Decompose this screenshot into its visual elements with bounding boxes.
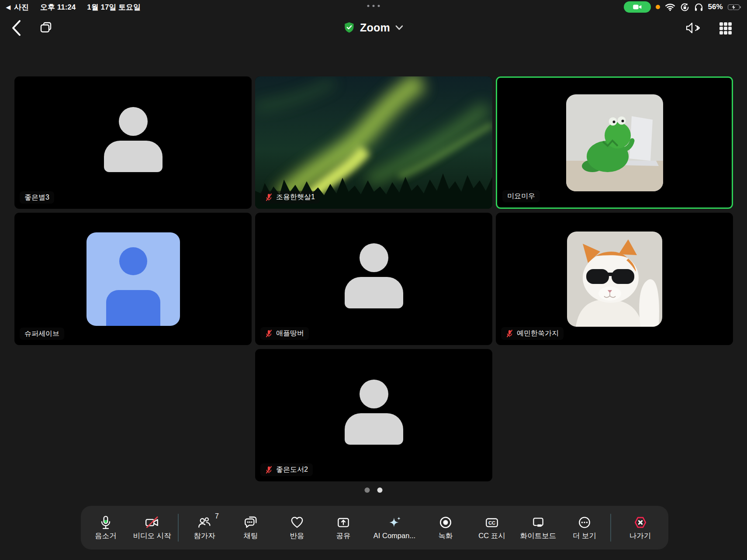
- participant-tile[interactable]: 예민한쑥가지: [496, 213, 733, 345]
- default-avatar: [255, 213, 492, 345]
- more-button[interactable]: 더 보기: [561, 515, 608, 541]
- leave-button[interactable]: 나가기: [614, 515, 667, 541]
- profile-photo-cat: [567, 232, 662, 327]
- page-title: Zoom: [360, 21, 390, 34]
- cc-glyph: CC: [488, 520, 495, 525]
- chat-button[interactable]: 채팅: [228, 515, 274, 541]
- toolbar-divider: [178, 514, 179, 542]
- charging-bolt-icon: [731, 4, 736, 10]
- participants-count-badge: 7: [215, 512, 219, 520]
- status-date: 1월 17일 토요일: [87, 2, 141, 12]
- muted-mic-icon: [506, 329, 513, 338]
- aurora-video: [255, 76, 492, 209]
- toolbar-label: 더 보기: [573, 531, 596, 541]
- cat-with-sunglasses-image: [567, 232, 662, 327]
- participant-tile[interactable]: 좋은별3: [14, 76, 252, 209]
- participant-tile[interactable]: 슈퍼세이브: [14, 213, 252, 345]
- page-indicator: [365, 487, 383, 493]
- toolbar-label: 반응: [290, 531, 304, 541]
- headphones-icon: [694, 3, 703, 12]
- grid-view-icon[interactable]: [718, 21, 733, 36]
- toolbar-label: 채팅: [244, 531, 258, 541]
- participant-name-tag: 조용한햇살1: [260, 191, 320, 204]
- video-start-icon: [145, 515, 159, 530]
- back-icon[interactable]: [10, 19, 22, 37]
- participant-name: 애플땅버: [276, 329, 304, 337]
- participant-name: 좋은별3: [24, 194, 49, 201]
- wifi-icon: [665, 3, 675, 11]
- toolbar-divider: [610, 514, 611, 542]
- status-time: 오후 11:24: [40, 2, 76, 12]
- share-icon: [336, 515, 351, 530]
- back-to-app-label: 사진: [14, 2, 29, 12]
- ai-companion-button[interactable]: AI Compan...: [367, 515, 422, 540]
- start-video-button[interactable]: 비디오 시작: [129, 515, 175, 541]
- participant-name-tag: 예민한쑥가지: [501, 327, 564, 340]
- participant-tile-active-speaker[interactable]: 미요미우: [496, 76, 733, 209]
- toolbar-label: AI Compan...: [374, 532, 415, 540]
- participant-name-tag: 슈퍼세이브: [20, 328, 64, 340]
- whiteboard-button[interactable]: 화이트보드: [515, 515, 561, 541]
- muted-mic-icon: [265, 193, 273, 201]
- camera-icon: [633, 3, 642, 10]
- record-button[interactable]: 녹화: [422, 515, 469, 541]
- chevron-down-icon: [395, 25, 403, 30]
- toolbar-label: 공유: [336, 531, 351, 541]
- page-dot-current: [377, 487, 383, 493]
- back-to-app-link[interactable]: ◀ 사진 오후 11:24 1월 17일 토요일: [6, 2, 141, 12]
- default-avatar: [14, 76, 252, 209]
- participant-name-tag: 좋은도서2: [260, 463, 313, 476]
- closed-captions-icon: CC: [484, 515, 499, 530]
- participant-name: 슈퍼세이브: [24, 330, 59, 338]
- ai-companion-icon: [387, 515, 402, 530]
- muted-mic-icon: [265, 329, 273, 338]
- participant-tile[interactable]: 애플땅버: [255, 213, 492, 345]
- mute-button[interactable]: 음소거: [83, 515, 129, 541]
- participant-name: 좋은도서2: [276, 466, 308, 474]
- reactions-heart-icon: [290, 515, 304, 530]
- default-avatar: [255, 349, 492, 481]
- zoom-meeting-screen: ◀ 사진 오후 11:24 1월 17일 토요일: [0, 0, 747, 560]
- meeting-toolbar: 음소거 비디오 시작 7 참가자: [81, 506, 668, 550]
- chat-icon: [243, 515, 258, 530]
- multitask-dots: [367, 5, 380, 7]
- toolbar-label: 참가자: [194, 531, 215, 541]
- frog-at-laptop-image: [566, 94, 663, 191]
- nav-bar: Zoom: [0, 14, 747, 41]
- closed-captions-button[interactable]: CC CC 표시: [469, 515, 515, 541]
- back-to-app-icon: ◀: [6, 4, 10, 10]
- reactions-button[interactable]: 반응: [274, 515, 320, 541]
- participant-name: 조용한햇살1: [276, 193, 315, 201]
- battery-charging-icon: [728, 4, 741, 10]
- camera-in-use-pill[interactable]: [624, 1, 651, 13]
- whiteboard-icon: [531, 515, 546, 530]
- participants-button[interactable]: 7 참가자: [181, 515, 228, 541]
- multitask-windows-icon[interactable]: [38, 20, 54, 35]
- toolbar-label: 나가기: [629, 531, 651, 541]
- participant-tile[interactable]: 조용한햇살1: [255, 76, 492, 209]
- more-icon: [577, 515, 592, 530]
- toolbar-label: 화이트보드: [520, 531, 557, 541]
- toolbar-label: 녹화: [439, 531, 453, 541]
- page-dot: [365, 487, 370, 493]
- recording-dot: [656, 5, 660, 9]
- participant-name-tag: 애플땅버: [260, 327, 309, 340]
- participant-name-tag: 좋은별3: [20, 191, 54, 204]
- profile-photo-blue-avatar: [86, 232, 180, 326]
- status-icons: 56%: [624, 1, 741, 13]
- share-button[interactable]: 공유: [320, 515, 367, 541]
- participant-name: 예민한쑥가지: [517, 329, 559, 337]
- orientation-lock-icon: [680, 3, 689, 12]
- participant-tile[interactable]: 좋은도서2: [255, 349, 492, 481]
- participants-icon: [197, 515, 212, 530]
- meeting-title[interactable]: Zoom: [344, 21, 403, 34]
- record-icon: [438, 515, 453, 530]
- toolbar-label: 비디오 시작: [133, 531, 171, 541]
- leave-icon: [633, 515, 648, 530]
- speaker-bluetooth-icon[interactable]: [685, 21, 702, 35]
- microphone-icon: [98, 515, 113, 530]
- battery-percent: 56%: [708, 3, 723, 11]
- toolbar-label: CC 표시: [478, 531, 505, 541]
- participant-name: 미요미우: [507, 192, 535, 200]
- toolbar-label: 음소거: [95, 531, 117, 541]
